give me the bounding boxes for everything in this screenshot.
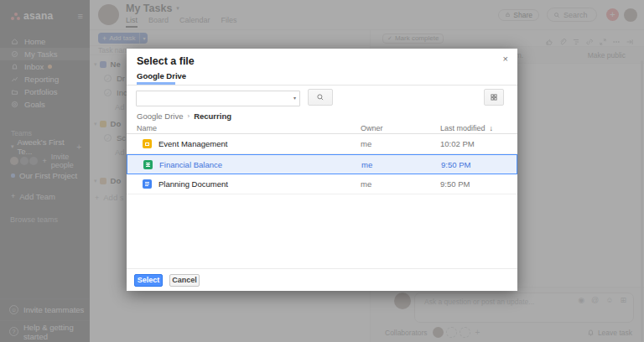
picker-search-button[interactable] xyxy=(308,89,333,106)
file-owner: me xyxy=(361,139,440,148)
picker-search-row: ▾ xyxy=(127,86,517,109)
column-name[interactable]: Name xyxy=(127,124,361,132)
file-name: Planning Document xyxy=(158,179,228,189)
file-owner: me xyxy=(361,179,440,189)
file-row[interactable]: Event Management me 10:02 PM xyxy=(127,134,517,154)
dialog-tabs: Google Drive xyxy=(127,70,517,86)
file-row[interactable]: Planning Document me 9:50 PM xyxy=(127,174,517,194)
active-tab-underline xyxy=(137,82,175,85)
file-name: Financial Balance xyxy=(159,160,222,169)
dialog-title: Select a file xyxy=(137,55,195,67)
file-row-selected[interactable]: Financial Balance me 9:50 PM xyxy=(127,154,517,174)
picker-search-input[interactable] xyxy=(136,91,300,106)
google-sheets-icon xyxy=(143,160,153,169)
dialog-footer: Select Cancel xyxy=(127,268,517,291)
column-owner[interactable]: Owner xyxy=(361,124,440,132)
file-modified: 9:50 PM xyxy=(441,160,470,169)
breadcrumb: Google Drive › Recurring xyxy=(127,109,517,123)
file-modified: 9:50 PM xyxy=(440,179,470,189)
select-button[interactable]: Select xyxy=(134,274,163,287)
grid-view-icon xyxy=(490,93,498,101)
breadcrumb-current: Recurring xyxy=(194,111,231,121)
file-owner: me xyxy=(361,160,441,169)
google-docs-icon xyxy=(143,179,152,189)
breadcrumb-chevron-icon: › xyxy=(187,112,190,120)
file-name: Event Management xyxy=(158,139,227,148)
search-icon xyxy=(316,93,325,101)
file-modified: 10:02 PM xyxy=(440,139,475,148)
google-slides-icon xyxy=(143,139,152,148)
table-header: Name Owner Last modified ↓ xyxy=(127,123,517,134)
column-last-modified-label: Last modified xyxy=(440,124,486,132)
app-screen: asana ≡ Home My Tasks Inbox Reporting xyxy=(0,0,644,342)
column-last-modified[interactable]: Last modified ↓ xyxy=(440,124,493,132)
breadcrumb-root[interactable]: Google Drive xyxy=(137,111,183,121)
close-icon[interactable]: × xyxy=(503,54,508,64)
select-file-dialog: Select a file × Google Drive ▾ Google Dr… xyxy=(127,49,517,291)
view-toggle-button[interactable] xyxy=(484,89,504,106)
sort-descending-icon[interactable]: ↓ xyxy=(490,124,494,132)
cancel-button[interactable]: Cancel xyxy=(169,274,200,287)
